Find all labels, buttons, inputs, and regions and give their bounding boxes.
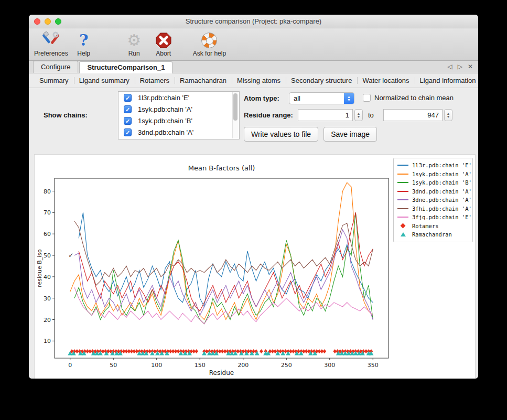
range-from-stepper[interactable]: ▲▼ (354, 109, 363, 121)
toolbar-item-label: Ask for help (193, 50, 226, 57)
legend-entry: 1syk.pdb:chain 'A' (397, 170, 468, 179)
chains-scrollbar[interactable] (232, 92, 239, 138)
x-tick-label: 200 (238, 362, 249, 369)
x-tick-label: 350 (368, 362, 379, 369)
chain-label: 1syk.pdb:chain 'A' (138, 105, 192, 113)
toolbar-item-label: Help (77, 50, 90, 57)
tab-water-locations[interactable]: Water locations (357, 75, 414, 86)
chart-title: Mean B-factors (all) (188, 164, 255, 172)
legend-entry: Ramachandran (397, 230, 468, 239)
show-chains-label: Show chains: (44, 111, 88, 119)
legend-label: Ramachandran (412, 231, 452, 238)
show-chains-list[interactable]: ✓1l3r.pdb:chain 'E'✓1syk.pdb:chain 'A'✓1… (118, 91, 240, 139)
tab-ligand-information[interactable]: Ligand information (415, 75, 478, 86)
x-tick-label: 100 (151, 362, 162, 369)
checkbox-checked-icon[interactable]: ✓ (124, 94, 132, 102)
legend-line-swatch (397, 199, 408, 200)
tab-secondary-structure[interactable]: Secondary structure (286, 75, 357, 86)
legend-label: 3dne.pdb:chain 'A' (412, 197, 472, 203)
normalized-checkbox[interactable]: Normalized to chain mean (363, 94, 454, 102)
gear-icon: ⚙ (127, 31, 141, 49)
main-tab-bar: Configure StructureComparison_1 ◁ ▷ ✕ (29, 61, 478, 73)
x-tick-label: 300 (324, 362, 335, 369)
tab-prev-icon[interactable]: ◁ (447, 63, 452, 70)
toolbar-item-label: Preferences (34, 50, 68, 57)
window-title: Structure comparison (Project: pka-compa… (186, 17, 321, 25)
help-button[interactable]: ? Help (70, 30, 98, 57)
tab-structurecomparison-1[interactable]: StructureComparison_1 (79, 61, 172, 73)
abort-icon (155, 30, 172, 50)
atom-type-label: Atom type: (244, 94, 279, 102)
y-tick-label: 10 (44, 338, 51, 344)
preferences-button[interactable]: Preferences (34, 30, 68, 57)
legend-label: 1syk.pdb:chain 'B' (412, 179, 472, 186)
controls-panel: Show chains: ✓1l3r.pdb:chain 'E'✓1syk.pd… (29, 88, 478, 152)
legend-label: 3fjq.pdb:chain 'E' (412, 214, 472, 220)
check-annotation: ✓ (68, 252, 73, 259)
lifebuoy-icon (201, 33, 217, 48)
atom-type-value: all (289, 94, 344, 102)
tab-ligand-summary[interactable]: Ligand summary (74, 75, 135, 86)
rotamer-marker (195, 349, 198, 353)
range-from-input[interactable]: 1 (298, 109, 353, 121)
range-to-stepper[interactable]: ▲▼ (444, 109, 452, 121)
report-tab-bar: SummaryLigand summaryRotamersRamachandra… (29, 73, 478, 88)
range-to-word: to (368, 111, 374, 119)
abort-button[interactable]: Abort (150, 30, 177, 57)
tab-rotamers[interactable]: Rotamers (135, 75, 175, 86)
chains-scrollbar-thumb[interactable] (233, 93, 238, 121)
rotamer-marker (322, 349, 326, 353)
checkbox-checked-icon[interactable]: ✓ (124, 105, 132, 113)
chain-list-item[interactable]: ✓1syk.pdb:chain 'B' (118, 115, 239, 126)
rotamer-marker (260, 349, 263, 353)
y-axis-label: residue B_iso (36, 249, 43, 287)
y-tick-label: 80 (44, 188, 51, 195)
residue-range-label: Residue range: (244, 111, 293, 119)
legend-label: Rotamers (412, 223, 439, 229)
legend-label: 3dnd.pdb:chain 'A' (412, 188, 472, 195)
run-button[interactable]: ⚙ Run (121, 30, 148, 57)
minimize-window-button[interactable] (45, 18, 51, 25)
write-values-button[interactable]: Write values to file (244, 127, 318, 142)
legend-entry: 3fjq.pdb:chain 'E' (397, 213, 468, 222)
chart-legend: 1l3r.pdb:chain 'E'1syk.pdb:chain 'A'1syk… (393, 158, 473, 242)
chain-list-item[interactable]: ✓3dnd.pdb:chain 'A' (118, 126, 239, 138)
toolbar-item-label: Abort (156, 50, 171, 57)
chain-label: 1l3r.pdb:chain 'E' (138, 94, 189, 102)
checkbox-checked-icon[interactable]: ✓ (124, 128, 132, 136)
save-image-button[interactable]: Save image (323, 127, 377, 142)
y-tick-label: 20 (44, 317, 51, 324)
legend-line-swatch (397, 208, 408, 209)
chain-label: 1syk.pdb:chain 'B' (138, 117, 192, 125)
legend-label: 3fhi.pdb:chain 'A' (412, 206, 472, 212)
bfactor-plot-panel: Mean B-factors (all)Residueresidue B_iso… (34, 154, 476, 379)
legend-entry: 1l3r.pdb:chain 'E' (397, 161, 468, 170)
checkbox-checked-icon[interactable]: ✓ (124, 117, 132, 125)
legend-entry: 3dnd.pdb:chain 'A' (397, 187, 468, 196)
tab-summary[interactable]: Summary (34, 75, 74, 86)
checkbox-unchecked-icon[interactable] (363, 94, 371, 102)
atom-type-select[interactable]: all ▲▼ (289, 92, 354, 104)
zoom-window-button[interactable] (55, 18, 61, 25)
app-window: Structure comparison (Project: pka-compa… (29, 15, 478, 379)
close-window-button[interactable] (34, 18, 40, 25)
chain-list-item[interactable]: ✓1syk.pdb:chain 'A' (118, 103, 239, 115)
range-to-input[interactable]: 947 (383, 109, 443, 121)
title-bar[interactable]: Structure comparison (Project: pka-compa… (29, 15, 478, 28)
legend-label: 1syk.pdb:chain 'A' (412, 171, 472, 177)
normalized-label: Normalized to chain mean (374, 94, 454, 102)
tab-ramachandran[interactable]: Ramachandran (175, 75, 232, 86)
legend-line-swatch (397, 191, 408, 192)
question-icon: ? (79, 31, 89, 49)
tools-icon (42, 30, 60, 50)
chain-list-item[interactable]: ✓1l3r.pdb:chain 'E' (118, 92, 239, 103)
tab-missing-atoms[interactable]: Missing atoms (232, 75, 286, 86)
y-tick-label: 70 (44, 209, 51, 216)
legend-diamond-icon (401, 223, 406, 229)
legend-entry: Rotamers (397, 222, 468, 231)
tab-close-icon[interactable]: ✕ (468, 63, 473, 70)
x-tick-label: 250 (281, 362, 292, 369)
ask-for-help-button[interactable]: Ask for help (193, 30, 226, 57)
tab-configure[interactable]: Configure (33, 61, 78, 73)
tab-next-icon[interactable]: ▷ (458, 63, 462, 70)
